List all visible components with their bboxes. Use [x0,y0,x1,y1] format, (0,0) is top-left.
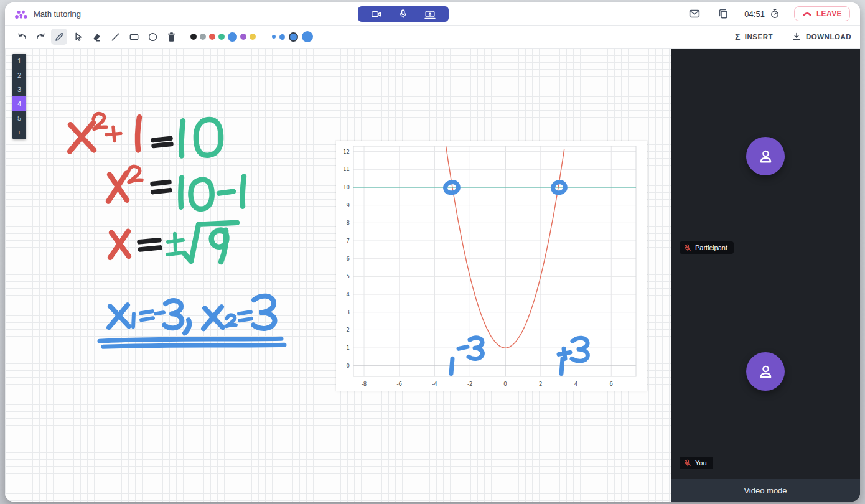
session-title: Math tutoring [34,9,81,19]
page-tab-1[interactable]: 1 [12,54,26,68]
avatar [746,352,785,391]
pen-tool-button[interactable] [51,29,67,45]
mic-muted-icon [684,244,691,251]
cursor-icon [72,31,84,43]
svg-text:-2: -2 [467,381,472,387]
svg-text:-8: -8 [362,381,367,387]
svg-text:10: 10 [343,184,350,190]
top-bar: Math tutoring [5,2,860,26]
svg-text:2: 2 [539,381,542,387]
rectangle-tool-button[interactable] [126,29,142,45]
camera-icon [371,9,381,19]
person-icon [757,149,774,164]
download-label: DOWNLOAD [806,33,851,40]
main-area: 1 2 3 4 5 + -8-6-4-202460123456789101112… [5,49,860,502]
download-button[interactable]: DOWNLOAD [792,32,851,42]
avatar [746,137,785,175]
copy-link-button[interactable] [716,6,731,21]
page-tab-2[interactable]: 2 [12,68,26,82]
svg-text:-4: -4 [432,381,437,387]
blue-underline [100,338,284,347]
drawing-toolbar: Σ INSERT DOWNLOAD [5,26,860,49]
green-ink-small [167,234,184,254]
top-bar-right: 04:51 LEAVE [687,6,850,21]
redo-icon [35,31,47,43]
participant-name-tag: Participant [680,241,734,254]
equation-text: x² + 1 = 10 [5,49,6,49]
color-swatch[interactable] [190,34,197,40]
stroke-size-option[interactable] [279,34,285,40]
eraser-icon [91,31,103,43]
stroke-sizes [272,31,313,42]
line-tool-button[interactable] [107,29,123,45]
select-tool-button[interactable] [70,29,86,45]
color-palette [190,32,256,42]
function-plot-card[interactable]: -8-6-4-202460123456789101112 [336,141,647,391]
red-ink-small [93,113,142,182]
mic-muted-icon [684,459,691,467]
tool-group [14,29,179,45]
svg-text:7: 7 [347,238,350,244]
stroke-size-option[interactable] [302,31,313,42]
black-ink [139,138,171,249]
insert-label: INSERT [745,33,773,40]
screen-share-button[interactable] [423,7,437,22]
session-timer: 04:51 [744,8,780,19]
svg-text:9: 9 [347,202,350,208]
stroke-size-option[interactable] [289,32,298,42]
svg-text:11: 11 [343,166,350,172]
color-swatch[interactable] [209,34,215,40]
color-swatch[interactable] [240,34,246,40]
equation-text: x = ±√9 [5,49,6,49]
hang-up-icon [802,9,812,18]
sigma-icon: Σ [735,32,741,42]
svg-text:8: 8 [347,220,350,226]
page-tab-3[interactable]: 3 [12,82,26,96]
color-swatch[interactable] [200,34,206,40]
video-tile-you[interactable]: You [671,264,860,479]
page-tab-5[interactable]: 5 [12,111,26,125]
video-mode-label: Video mode [744,486,787,495]
page-tab-4[interactable]: 4 [12,96,26,111]
stopwatch-icon [769,8,780,19]
invite-email-button[interactable] [687,6,702,21]
add-page-button[interactable]: + [12,125,26,139]
pen-icon [54,31,65,43]
svg-text:0: 0 [347,363,350,369]
page-selector: 1 2 3 4 5 + [12,54,26,139]
svg-text:4: 4 [574,381,577,387]
ellipse-tool-button[interactable] [144,29,161,45]
whiteboard-canvas[interactable]: 1 2 3 4 5 + -8-6-4-202460123456789101112… [5,49,671,502]
color-swatch[interactable] [250,34,256,40]
line-icon [110,31,121,43]
microphone-toggle-button[interactable] [396,7,411,22]
app-logo-icon [15,9,27,19]
video-panel: Participant [671,49,860,502]
app-window: Math tutoring [5,2,860,502]
color-swatch[interactable] [228,32,237,42]
redo-button[interactable] [32,29,49,45]
camera-toggle-button[interactable] [369,7,384,22]
leave-button[interactable]: LEAVE [794,6,850,21]
mail-icon [688,7,701,20]
you-name-tag: You [680,457,713,469]
call-controls [358,6,449,22]
eraser-tool-button[interactable] [88,29,105,45]
timer-value: 04:51 [744,9,765,19]
video-mode-bar[interactable]: Video mode [671,479,860,502]
undo-button[interactable] [14,29,30,45]
blue-ink [109,296,274,334]
insert-button[interactable]: Σ INSERT [735,32,773,42]
green-ink [180,119,244,262]
stroke-size-option[interactable] [272,35,276,39]
rectangle-icon [128,31,140,43]
svg-text:12: 12 [343,149,350,155]
delete-tool-button[interactable] [163,29,179,45]
svg-text:5: 5 [347,273,350,279]
svg-text:6: 6 [347,256,350,262]
function-plot: -8-6-4-202460123456789101112 [336,141,647,391]
video-tile-participant[interactable]: Participant [671,49,860,264]
trash-icon [166,31,177,43]
color-swatch[interactable] [218,34,225,40]
svg-text:-6: -6 [397,381,402,387]
